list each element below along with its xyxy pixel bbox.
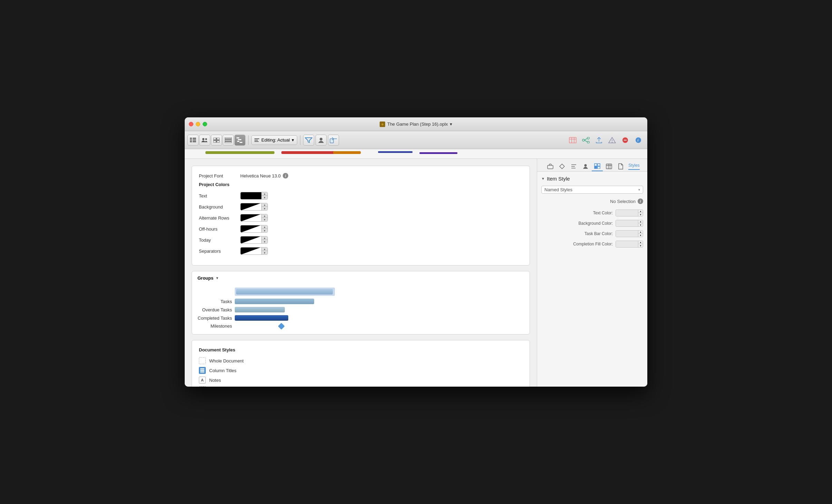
section-collapse-triangle[interactable]: ▼ [541,177,545,181]
toolbar-network-btn[interactable] [580,134,592,146]
alt-rows-stepper[interactable]: ▲ ▼ [261,214,268,222]
bg-color-row: Background ▲ ▼ [199,203,523,211]
list-item[interactable]: A Notes [199,377,523,384]
text-color-inspector-stepper[interactable]: ▲ ▼ [638,210,643,216]
tasks-row-label: Tasks [197,299,232,304]
overdue-bar [235,307,285,312]
today-label: Today [199,238,240,243]
taskbar-color-field-row: Task Bar Color: ▲ ▼ [541,230,643,237]
toolbar-filter-btn[interactable] [303,135,314,146]
today-stepper-down[interactable]: ▼ [262,240,268,244]
bg-color-inspector-stepper[interactable]: ▲ ▼ [638,220,643,227]
taskbar-color-step-up[interactable]: ▲ [638,230,643,234]
editing-selector[interactable]: Editing: Actual ▾ [251,135,297,145]
groups-card: Groups ▼ Tasks [192,271,530,335]
title-text: The Game Plan (Step 16).oplx [387,122,448,127]
text-color-inspector-field[interactable]: ▲ ▼ [616,210,643,216]
text-color-stepper[interactable]: ▲ ▼ [261,192,268,200]
bg-color-preview [241,203,261,211]
bg-color-inspector-field[interactable]: ▲ ▼ [616,220,643,227]
alt-stepper-down[interactable]: ▼ [262,218,268,222]
named-styles-dropdown[interactable]: Named Styles ▾ [541,186,643,194]
column-titles-icon [199,367,206,374]
view-people-btn[interactable] [199,135,210,146]
minimize-button[interactable] [196,122,200,126]
bg-color-step-down[interactable]: ▼ [638,223,643,227]
title-chevron: ▾ [450,122,452,127]
tab-person[interactable] [580,162,591,171]
list-item[interactable]: Whole Document [199,357,523,364]
completion-fill-step-up[interactable]: ▲ [638,241,643,244]
taskbar-color-step-down[interactable]: ▼ [638,234,643,237]
toolbar-table-btn[interactable] [567,134,579,146]
view-grid-btn[interactable] [211,135,222,146]
svg-rect-39 [624,140,627,140]
tab-table[interactable] [603,162,615,171]
text-color-step-up[interactable]: ▲ [638,210,643,213]
separators-color-swatch[interactable]: ▲ ▼ [240,247,268,255]
resources-icon [199,386,206,387]
overdue-row-label: Overdue Tasks [197,307,232,312]
offhours-stepper-up[interactable]: ▲ [262,225,268,229]
alt-rows-color-swatch[interactable]: ▲ ▼ [240,214,268,222]
offhours-stepper[interactable]: ▲ ▼ [261,225,268,233]
groups-label: Groups [197,275,213,281]
bg-stepper-down[interactable]: ▼ [262,207,268,211]
tab-lines[interactable] [568,162,579,171]
font-name: Helvetica Neue 13.0 [240,173,281,178]
view-switcher [187,135,245,146]
bg-color-stepper[interactable]: ▲ ▼ [261,203,268,211]
today-stepper-up[interactable]: ▲ [262,236,268,240]
svg-point-7 [205,138,207,140]
toolbar-stop-btn[interactable] [619,134,631,146]
tasks-bar-row: Tasks [197,299,524,304]
text-stepper-down[interactable]: ▼ [262,196,268,200]
completion-fill-inspector-stepper[interactable]: ▲ ▼ [638,241,643,248]
view-gantt-btn[interactable] [234,135,245,146]
svg-marker-22 [305,138,312,143]
column-titles-label: Column Titles [209,368,236,373]
alt-stepper-up[interactable]: ▲ [262,214,268,218]
toolbar-upload-btn[interactable] [593,134,605,146]
text-color-step-down[interactable]: ▼ [638,213,643,216]
offhours-color-swatch[interactable]: ▲ ▼ [240,225,268,233]
offhours-stepper-down[interactable]: ▼ [262,229,268,233]
separators-stepper-down[interactable]: ▼ [262,251,268,255]
tab-diamond[interactable] [557,162,568,171]
completion-fill-field-row: Completion Fill Color: ▲ ▼ [541,241,643,248]
taskbar-color-inspector-field[interactable]: ▲ ▼ [616,230,643,237]
tab-briefcase[interactable] [545,162,556,171]
completion-fill-step-down[interactable]: ▼ [638,244,643,248]
groups-dropdown-arrow[interactable]: ▼ [215,276,219,280]
bg-color-swatch[interactable]: ▲ ▼ [240,203,268,211]
toolbar-info-btn[interactable]: i [632,134,645,146]
bg-stepper-up[interactable]: ▲ [262,203,268,207]
view-list-btn[interactable] [187,135,199,146]
text-stepper-up[interactable]: ▲ [262,192,268,196]
milestone-row-label: Milestones [197,323,232,329]
tab-document[interactable] [615,162,626,171]
today-color-swatch[interactable]: ▲ ▼ [240,236,268,244]
list-item[interactable]: Resources [199,386,523,387]
bg-color-step-up[interactable]: ▲ [638,220,643,223]
maximize-button[interactable] [203,122,207,126]
toolbar: Editing: Actual ▾ [185,131,647,149]
close-button[interactable] [189,122,193,126]
today-stepper[interactable]: ▲ ▼ [261,236,268,244]
no-selection-info-icon[interactable]: i [638,198,643,204]
toolbar-warning-btn[interactable] [606,134,618,146]
view-outline-btn[interactable] [223,135,234,146]
list-item[interactable]: Column Titles [199,367,523,374]
separators-stepper[interactable]: ▲ ▼ [261,247,268,255]
svg-marker-46 [560,164,564,169]
tab-styles[interactable] [592,162,603,171]
separators-stepper-up[interactable]: ▲ [262,247,268,251]
svg-rect-42 [200,368,204,369]
toolbar-user-btn[interactable] [316,135,327,146]
toolbar-share-btn[interactable] [328,135,339,146]
groups-header: Groups ▼ [192,271,530,285]
font-info-icon[interactable]: i [283,173,288,178]
text-color-swatch[interactable]: ▲ ▼ [240,192,268,200]
completion-fill-inspector-field[interactable]: ▲ ▼ [616,241,643,248]
taskbar-color-inspector-stepper[interactable]: ▲ ▼ [638,230,643,237]
